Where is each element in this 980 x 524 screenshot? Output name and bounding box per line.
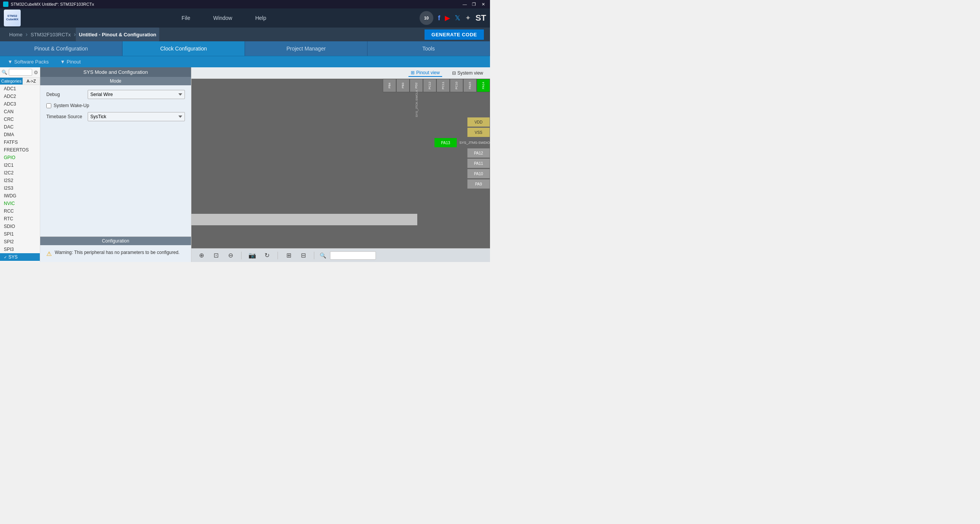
pin-pa10-box[interactable]: PA10	[467, 169, 490, 179]
menu-file[interactable]: File	[170, 10, 202, 26]
timebase-select[interactable]: SysTick	[88, 112, 185, 121]
pin-pc12[interactable]: PC12	[423, 79, 436, 92]
sidebar-item-rtc[interactable]: RTC	[0, 215, 40, 223]
zoom-in-button[interactable]: ⊕	[196, 250, 207, 261]
fit-view-button[interactable]: ⊡	[211, 250, 221, 261]
pin-pa13-box[interactable]: PA13	[434, 138, 457, 148]
sidebar-item-spi3[interactable]: SPI3	[0, 246, 40, 253]
sidebar-tab-az[interactable]: A->Z	[23, 78, 40, 85]
facebook-icon[interactable]: f	[438, 14, 440, 22]
sidebar-item-i2s3[interactable]: I2S3	[0, 184, 40, 192]
sidebar-item-crc[interactable]: CRC	[0, 116, 40, 123]
view-tab-system[interactable]: ⊟ System view	[450, 70, 485, 76]
warning-area: ⚠ Warning: This peripheral has no parame…	[40, 245, 191, 262]
titlebar-left: STM32CubeMX Untitled*: STM32F103RCTx	[3, 2, 94, 7]
ic-pin-pa11: PA11	[434, 158, 490, 168]
system-wakeup-checkbox[interactable]	[46, 103, 51, 108]
pin-pa9-box[interactable]: PA9	[467, 179, 490, 189]
grid-button[interactable]: ⊞	[283, 250, 294, 261]
sidebar-item-iwdg[interactable]: IWDG	[0, 192, 40, 200]
sidebar-list: ADC1 ADC2 ADC3 CAN CRC DAC DMA FATFS FRE…	[0, 85, 40, 262]
main-area: 🔍 ⚙ Categories A->Z ADC1 ADC2 ADC3 CAN C…	[0, 67, 490, 262]
sidebar-item-sdio[interactable]: SDIO	[0, 223, 40, 230]
close-button[interactable]: ✕	[479, 2, 487, 7]
youtube-icon[interactable]: ▶	[445, 14, 450, 22]
sidebar-item-freertos[interactable]: FREERTOS	[0, 146, 40, 154]
search-input[interactable]	[9, 69, 32, 76]
system-wakeup-row: System Wake-Up	[46, 103, 185, 108]
tab-tools[interactable]: Tools	[368, 41, 490, 56]
sidebar-item-dma[interactable]: DMA	[0, 131, 40, 138]
bc-project: Untitled - Pinout & Configuration	[76, 28, 159, 41]
chevron-down-icon: ▼	[8, 59, 13, 65]
generate-code-button[interactable]: GENERATE CODE	[425, 29, 484, 40]
ic-right-pins: VDD VSS PA13 SYS_JTMS-SWDIO PA12 PA11	[434, 117, 490, 189]
sidebar: 🔍 ⚙ Categories A->Z ADC1 ADC2 ADC3 CAN C…	[0, 67, 40, 262]
sidebar-item-tim1[interactable]: TIM1	[0, 261, 40, 262]
sidebar-item-spi2[interactable]: SPI2	[0, 238, 40, 246]
network-icon[interactable]: ✦	[465, 14, 471, 22]
menu-items: File Window Help	[28, 10, 420, 26]
subtab-sw[interactable]: ▼ Software Packs	[8, 59, 49, 65]
sidebar-item-dac[interactable]: DAC	[0, 123, 40, 131]
search-icon-toolbar: 🔍	[320, 252, 326, 259]
toolbar-search-input[interactable]	[330, 251, 376, 260]
mode-section-header: Mode	[40, 77, 191, 85]
sidebar-item-can[interactable]: CAN	[0, 108, 40, 116]
pin-vdd-box[interactable]: VDD	[467, 117, 490, 127]
sys-jtck-label: SYS_JTCK-SWCLK	[415, 90, 419, 117]
twitter-icon[interactable]: 𝕏	[455, 14, 461, 22]
timebase-label: Timebase Source	[46, 114, 85, 119]
sidebar-tab-categories[interactable]: Categories	[0, 78, 23, 85]
debug-select[interactable]: Serial Wire	[88, 90, 185, 99]
st-icon[interactable]: ST	[475, 13, 486, 23]
sidebar-item-nvic[interactable]: NVIC	[0, 200, 40, 207]
pin-pb4[interactable]: PB4	[383, 79, 396, 92]
menu-help[interactable]: Help	[244, 10, 278, 26]
zoom-out-button[interactable]: ⊖	[225, 250, 236, 261]
sidebar-item-sys[interactable]: ✓ SYS	[0, 253, 40, 261]
ic-pin-pa10: PA10	[434, 169, 490, 179]
pin-pb3[interactable]: PB3	[396, 79, 410, 92]
menu-window[interactable]: Window	[202, 10, 244, 26]
rotate-button[interactable]: ↻	[261, 250, 272, 261]
ic-pin-pa9: PA9	[434, 179, 490, 189]
screenshot-button[interactable]: 📷	[247, 250, 258, 261]
logo-box: STM32CubeMX	[4, 10, 21, 26]
sidebar-item-rcc[interactable]: RCC	[0, 207, 40, 215]
search-icon: 🔍	[2, 70, 7, 75]
sidebar-item-fatfs[interactable]: FATFS	[0, 138, 40, 146]
top-pins-row: PB4 PB3 PD2 PC12 PC11 PC10 PA15	[383, 79, 490, 92]
sidebar-item-i2c2[interactable]: I2C2	[0, 169, 40, 177]
view-tab-pinout[interactable]: ⊞ Pinout view	[408, 69, 442, 77]
layout-button[interactable]: ⊟	[298, 250, 309, 261]
bc-mcu[interactable]: STM32F103RCTx	[28, 32, 74, 37]
titlebar-controls[interactable]: — ❐ ✕	[461, 2, 487, 7]
gear-icon[interactable]: ⚙	[34, 70, 38, 75]
pin-pa14[interactable]: PA14	[477, 79, 490, 92]
restore-button[interactable]: ❐	[470, 2, 478, 7]
pin-pa12-box[interactable]: PA12	[467, 148, 490, 158]
anniversary-icon[interactable]: 10	[420, 11, 433, 25]
sidebar-item-i2s2[interactable]: I2S2	[0, 177, 40, 184]
pin-pa11-box[interactable]: PA11	[467, 158, 490, 168]
sidebar-item-sys-label: SYS	[8, 254, 18, 260]
tab-pinout[interactable]: Pinout & Configuration	[0, 41, 122, 56]
pin-pc10[interactable]: PC10	[450, 79, 463, 92]
tab-clock[interactable]: Clock Configuration	[122, 41, 245, 56]
sidebar-item-spi1[interactable]: SPI1	[0, 230, 40, 238]
sidebar-item-i2c1[interactable]: I2C1	[0, 161, 40, 169]
pin-vss-box[interactable]: VSS	[467, 127, 490, 137]
sidebar-item-adc3[interactable]: ADC3	[0, 100, 40, 108]
chip-body-hint	[191, 214, 417, 225]
tab-project[interactable]: Project Manager	[245, 41, 368, 56]
sidebar-item-gpio[interactable]: GPIO	[0, 154, 40, 161]
pin-pc11[interactable]: PC11	[436, 79, 450, 92]
pin-pa15[interactable]: PA15	[463, 79, 477, 92]
bc-home[interactable]: Home	[6, 32, 26, 37]
minimize-button[interactable]: —	[461, 2, 469, 7]
subtab-pinout[interactable]: ▼ Pinout	[60, 59, 81, 65]
config-section-header: Configuration	[40, 237, 191, 245]
sidebar-item-adc1[interactable]: ADC1	[0, 85, 40, 93]
sidebar-item-adc2[interactable]: ADC2	[0, 93, 40, 100]
